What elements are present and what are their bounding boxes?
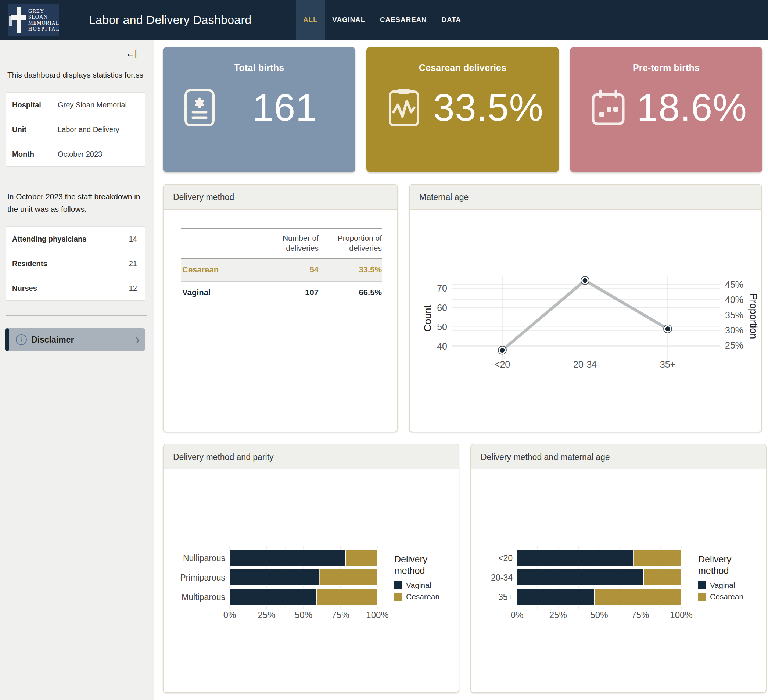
tab-data[interactable]: DATA — [434, 0, 469, 40]
row-proportion: 33.5% — [318, 265, 382, 275]
svg-text:100%: 100% — [670, 610, 692, 620]
table-row-vaginal: Vaginal 107 66.5% — [181, 282, 382, 304]
row-label: Vaginal — [181, 288, 255, 298]
table-row-cesarean: Cesarean 54 33.5% — [181, 259, 382, 282]
sidebar-intro-text: This dashboard displays statistics for:s… — [7, 69, 146, 81]
svg-text:70: 70 — [437, 283, 447, 293]
delivery-method-table: Number of deliveries Proportion of deliv… — [181, 228, 382, 304]
staff-label: Attending physicians — [12, 235, 86, 243]
panel-title: Delivery method — [163, 184, 397, 210]
disclaimer-accent-bar — [5, 328, 9, 351]
parity-stacked-bar-chart: NulliparousPrimiparousMultiparous0%25%50… — [163, 469, 459, 692]
sidebar: ←| This dashboard displays statistics fo… — [0, 40, 154, 700]
collapse-sidebar-icon[interactable]: ←| — [126, 48, 136, 59]
svg-text:20-34: 20-34 — [491, 573, 513, 582]
calendar-icon — [591, 89, 627, 126]
staff-intro-text: In October 2023 the staff breakdown in t… — [7, 191, 146, 215]
context-info-table: Hospital Grey Sloan Memorial Unit Labor … — [6, 92, 145, 167]
svg-text:<20: <20 — [494, 359, 510, 370]
svg-text:60: 60 — [437, 303, 447, 313]
svg-text:20-34: 20-34 — [573, 359, 597, 370]
info-value: Labor and Delivery — [58, 125, 119, 134]
info-icon: i — [16, 334, 27, 345]
staff-row-attending: Attending physicians 14 — [6, 227, 145, 251]
kpi-value: 18.6% — [627, 86, 757, 130]
row-count: 107 — [255, 288, 318, 298]
svg-text:Proportion: Proportion — [748, 293, 759, 340]
svg-text:50%: 50% — [590, 610, 608, 620]
svg-text:0%: 0% — [511, 610, 524, 620]
svg-text:Vaginal: Vaginal — [406, 581, 431, 589]
hospital-logo-text: GREY + SLOAN MEMORIAL HOSPITAL — [27, 8, 60, 32]
age-stacked-bar-chart: <2020-3435+0%25%50%75%100%Deliverymethod… — [471, 469, 766, 692]
sidebar-divider — [6, 181, 147, 181]
svg-text:method: method — [698, 565, 729, 576]
disclaimer-label: Disclaimer — [31, 335, 74, 345]
kpi-value: 161 — [219, 86, 350, 130]
panel-title: Maternal age — [410, 184, 762, 210]
svg-text:Count: Count — [422, 305, 433, 332]
info-value: Grey Sloan Memorial — [58, 101, 127, 109]
staff-label: Nurses — [12, 284, 37, 293]
info-row-hospital: Hospital Grey Sloan Memorial — [6, 93, 145, 117]
svg-text:40: 40 — [437, 341, 447, 351]
svg-text:30%: 30% — [725, 325, 743, 335]
kpi-value: 33.5% — [423, 86, 554, 130]
col-header-count: Number of deliveries — [255, 233, 318, 253]
svg-text:35+: 35+ — [498, 592, 513, 602]
sidebar-divider — [6, 316, 147, 316]
tab-caesarean[interactable]: CAESAREAN — [373, 0, 434, 40]
hospital-logo: GREY + SLOAN MEMORIAL HOSPITAL — [8, 4, 59, 36]
maternal-age-line-chart: 4050607025%30%35%40%45%<2020-3435+CountP… — [410, 210, 762, 432]
row-count: 54 — [255, 265, 318, 275]
kpi-title: Total births — [163, 62, 355, 73]
page-title: Labor and Delivery Dashboard — [89, 0, 251, 40]
svg-text:25%: 25% — [549, 610, 567, 620]
sidebar-collapse-row: ←| — [0, 40, 154, 59]
dashboard-root: GREY + SLOAN MEMORIAL HOSPITAL Labor and… — [0, 0, 768, 700]
clipboard-pulse-icon — [388, 88, 423, 128]
kpi-title: Cesarean deliveries — [366, 62, 559, 73]
panel-title: Delivery method and parity — [163, 444, 459, 469]
kpi-card-cesarean: Cesarean deliveries 33.5% — [366, 47, 559, 172]
svg-text:Cesarean: Cesarean — [406, 592, 440, 601]
staff-value: 12 — [129, 284, 139, 293]
svg-text:<20: <20 — [498, 553, 513, 563]
svg-text:50: 50 — [437, 322, 447, 332]
svg-text:Delivery: Delivery — [698, 554, 732, 564]
svg-text:25%: 25% — [725, 340, 743, 350]
svg-text:method: method — [394, 565, 425, 576]
svg-text:Multiparous: Multiparous — [182, 592, 225, 602]
svg-text:75%: 75% — [331, 610, 349, 620]
svg-text:35+: 35+ — [660, 359, 675, 370]
svg-text:40%: 40% — [725, 295, 743, 305]
svg-text:50%: 50% — [295, 610, 312, 620]
svg-text:Cesarean: Cesarean — [710, 592, 743, 601]
svg-text:100%: 100% — [366, 610, 389, 620]
delivery-method-table-header: Number of deliveries Proportion of deliv… — [181, 228, 382, 259]
panel-age-method: Delivery method and maternal age <2020-3… — [470, 444, 766, 693]
panel-delivery-method: Delivery method Number of deliveries Pro… — [163, 184, 398, 432]
chevron-right-icon: › — [136, 331, 139, 348]
svg-text:25%: 25% — [258, 610, 275, 620]
tab-vaginal[interactable]: VAGINAL — [325, 0, 373, 40]
birth-certificate-icon — [184, 89, 219, 127]
info-label: Hospital — [12, 101, 58, 109]
svg-text:Delivery: Delivery — [394, 554, 428, 564]
row-label: Cesarean — [181, 265, 255, 275]
staff-value: 14 — [129, 235, 139, 243]
disclaimer-button[interactable]: i Disclaimer › — [6, 328, 145, 351]
kpi-card-preterm: Pre-term births 18.6% — [570, 47, 763, 172]
info-row-unit: Unit Labor and Delivery — [6, 117, 145, 142]
main-content: Total births 161 — [154, 40, 768, 700]
panel-maternal-age: Maternal age 4050607025%30%35%40%45%<202… — [409, 184, 762, 432]
tab-all[interactable]: ALL — [296, 0, 325, 40]
staff-row-residents: Residents 21 — [6, 251, 145, 276]
staff-table: Attending physicians 14 Residents 21 Nur… — [6, 226, 145, 301]
staff-value: 21 — [129, 259, 139, 268]
info-label: Month — [12, 150, 58, 159]
cross-icon — [11, 6, 27, 33]
svg-text:Nulliparous: Nulliparous — [183, 553, 225, 563]
kpi-title: Pre-term births — [570, 62, 763, 73]
panel-title: Delivery method and maternal age — [471, 444, 766, 469]
